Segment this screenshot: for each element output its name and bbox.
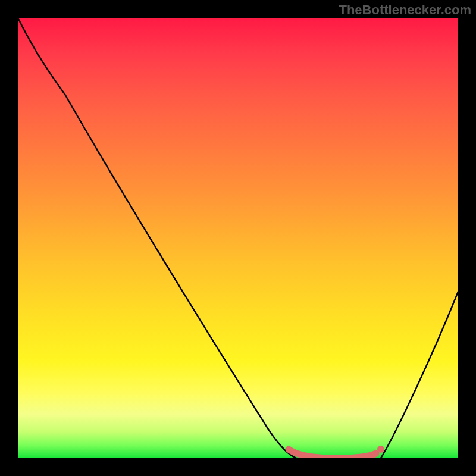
watermark-text: TheBottlenecker.com xyxy=(339,2,471,18)
chart-area xyxy=(18,18,458,458)
curve-right xyxy=(381,292,458,458)
optimal-band xyxy=(289,449,376,458)
curve-layer xyxy=(18,18,458,458)
curve-left xyxy=(18,18,296,458)
optimal-marker xyxy=(377,446,384,453)
